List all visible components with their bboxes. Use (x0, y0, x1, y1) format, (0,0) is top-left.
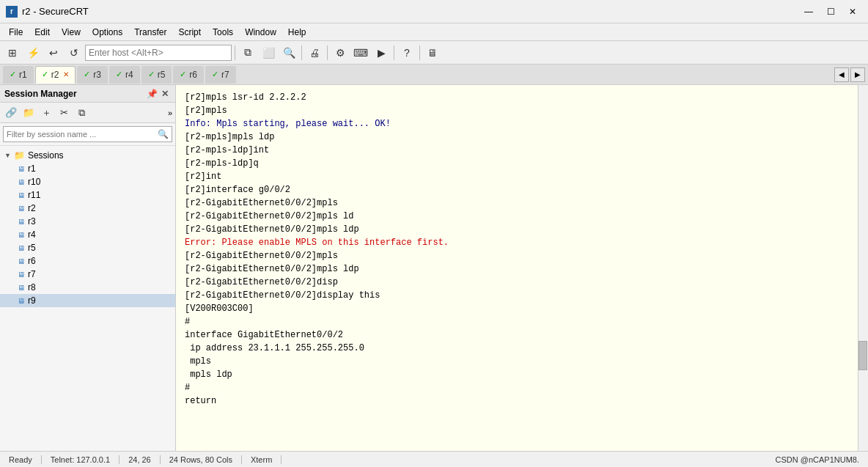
tab-r5[interactable]: ✓ r5 (141, 66, 172, 84)
pc-icon-r6: 🖥 (18, 257, 25, 265)
tab-r6[interactable]: ✓ r6 (173, 66, 204, 84)
toolbar-disconnect-icon[interactable]: ↩ (44, 43, 63, 62)
session-label-r10: r10 (28, 177, 40, 187)
session-item-r5[interactable]: 🖥 r5 (0, 241, 175, 254)
pc-icon-r3: 🖥 (18, 218, 25, 226)
menu-window[interactable]: Window (239, 26, 282, 39)
session-link-button[interactable]: 🔗 (3, 105, 19, 121)
toolbar-clone-icon[interactable]: ⧉ (238, 43, 257, 62)
session-expand-button[interactable]: » (168, 109, 172, 117)
menu-transfer[interactable]: Transfer (128, 26, 172, 39)
toolbar-find-icon[interactable]: 🔍 (279, 43, 298, 62)
menu-bar: File Edit View Options Transfer Script T… (0, 23, 868, 41)
session-filter-input[interactable] (7, 130, 158, 139)
toolbar-keymap-icon[interactable]: ⌨ (351, 43, 370, 62)
root-folder-icon: 📁 (14, 150, 25, 161)
maximize-button[interactable]: ☐ (821, 4, 840, 19)
session-item-r9[interactable]: 🖥 r9 (0, 294, 175, 307)
tab-label-r5: r5 (158, 70, 166, 80)
session-folder-button[interactable]: 📁 (21, 105, 37, 121)
toolbar-script-run-icon[interactable]: ▶ (372, 43, 391, 62)
main-area: ✓ r1 ✓ r2 ✕ ✓ r3 ✓ r4 ✓ r5 ✓ r6 ✓ r7 ◀ (0, 65, 868, 451)
content-area: Session Manager 📌 ✕ 🔗 📁 ＋ ✂ ⧉ » 🔍 (0, 85, 868, 451)
filter-input-wrap: 🔍 (3, 126, 172, 142)
toolbar-layout-icon[interactable]: ⊞ (3, 43, 22, 62)
pc-icon-r11: 🖥 (18, 191, 25, 199)
minimize-button[interactable]: — (799, 4, 818, 19)
tab-r7[interactable]: ✓ r7 (205, 66, 236, 84)
toolbar-sessions-icon[interactable]: 🖥 (423, 43, 442, 62)
session-manager-header: Session Manager 📌 ✕ (0, 85, 175, 103)
tab-check-r5: ✓ (148, 70, 155, 79)
menu-options[interactable]: Options (87, 26, 128, 39)
session-tree: ▼ 📁 Sessions 🖥 r1 🖥 r10 🖥 r11 🖥 (0, 146, 175, 451)
terminal-area[interactable]: [r2]mpls lsr-id 2.2.2.2 [r2]mpls Info: M… (176, 85, 868, 451)
session-item-r8[interactable]: 🖥 r8 (0, 281, 175, 294)
tab-r3[interactable]: ✓ r3 (77, 66, 108, 84)
menu-edit[interactable]: Edit (29, 26, 56, 39)
menu-file[interactable]: File (3, 26, 29, 39)
tab-label-r2: r2 (51, 70, 59, 80)
toolbar-separator-2 (301, 45, 302, 60)
tab-r1[interactable]: ✓ r1 (3, 66, 34, 84)
session-label-r7: r7 (28, 269, 36, 279)
session-item-r1[interactable]: 🖥 r1 (0, 162, 175, 175)
session-item-r10[interactable]: 🖥 r10 (0, 175, 175, 188)
menu-tools[interactable]: Tools (207, 26, 239, 39)
session-item-r11[interactable]: 🖥 r11 (0, 188, 175, 202)
session-pin-button[interactable]: 📌 (146, 88, 158, 100)
tab-label-r6: r6 (189, 70, 197, 80)
close-button[interactable]: ✕ (843, 4, 862, 19)
session-add-button[interactable]: ＋ (38, 105, 54, 121)
menu-help[interactable]: Help (282, 26, 312, 39)
session-cut-button[interactable]: ✂ (56, 105, 72, 121)
scroll-thumb[interactable] (858, 341, 867, 370)
session-copy-button[interactable]: ⧉ (73, 105, 89, 121)
toolbar-help-icon[interactable]: ? (397, 43, 416, 62)
tab-r2[interactable]: ✓ r2 ✕ (35, 66, 76, 84)
tab-r4[interactable]: ✓ r4 (109, 66, 140, 84)
session-label-r8: r8 (28, 282, 36, 293)
toolbar-print-icon[interactable]: 🖨 (305, 43, 324, 62)
session-item-r3[interactable]: 🖥 r3 (0, 215, 175, 228)
sessions-root-label: Sessions (28, 150, 64, 161)
pc-icon-r9: 🖥 (18, 297, 25, 305)
tab-label-r3: r3 (93, 70, 101, 80)
tab-close-r2[interactable]: ✕ (63, 70, 69, 78)
tab-bar: ✓ r1 ✓ r2 ✕ ✓ r3 ✓ r4 ✓ r5 ✓ r6 ✓ r7 ◀ (0, 65, 868, 85)
status-bar: Ready Telnet: 127.0.0.1 24, 26 24 Rows, … (0, 451, 868, 467)
toolbar-connect-icon[interactable]: ⚡ (23, 43, 43, 62)
session-toolbar: 🔗 📁 ＋ ✂ ⧉ » (0, 103, 175, 123)
window-controls: — ☐ ✕ (799, 4, 862, 19)
tab-navigation: ◀ ▶ (834, 67, 865, 82)
tab-label-r4: r4 (125, 70, 133, 80)
toolbar-reconnect-icon[interactable]: ↺ (65, 43, 84, 62)
terminal-output[interactable]: [r2]mpls lsr-id 2.2.2.2 [r2]mpls Info: M… (176, 85, 868, 451)
session-item-r4[interactable]: 🖥 r4 (0, 228, 175, 241)
session-label-r11: r11 (28, 190, 40, 200)
session-item-r6[interactable]: 🖥 r6 (0, 254, 175, 268)
tab-prev-button[interactable]: ◀ (834, 67, 849, 82)
pc-icon-r2: 🖥 (18, 205, 25, 213)
tab-next-button[interactable]: ▶ (850, 67, 865, 82)
status-connection: Telnet: 127.0.0.1 (42, 455, 119, 464)
session-label-r9: r9 (28, 295, 36, 306)
status-cursor: 24, 26 (119, 455, 161, 464)
session-manager-title: Session Manager (4, 89, 77, 99)
session-close-button[interactable]: ✕ (159, 88, 171, 100)
session-item-r2[interactable]: 🖥 r2 (0, 202, 175, 215)
menu-script[interactable]: Script (172, 26, 207, 39)
menu-view[interactable]: View (56, 26, 87, 39)
tab-check-r3: ✓ (84, 70, 90, 79)
toolbar-new-tab-icon[interactable]: ⬜ (259, 43, 278, 62)
toolbar-settings-icon[interactable]: ⚙ (331, 43, 350, 62)
status-watermark: CSDN @nCAP1NUM8. (767, 455, 868, 464)
root-arrow-icon: ▼ (4, 152, 11, 159)
terminal-scrollbar[interactable] (858, 85, 868, 451)
session-label-r2: r2 (28, 203, 36, 213)
title-bar: r r2 - SecureCRT — ☐ ✕ (0, 0, 868, 23)
host-input[interactable] (85, 45, 232, 61)
session-item-r7[interactable]: 🖥 r7 (0, 268, 175, 281)
sessions-root-item[interactable]: ▼ 📁 Sessions (0, 149, 175, 162)
pc-icon-r7: 🖥 (18, 271, 25, 279)
